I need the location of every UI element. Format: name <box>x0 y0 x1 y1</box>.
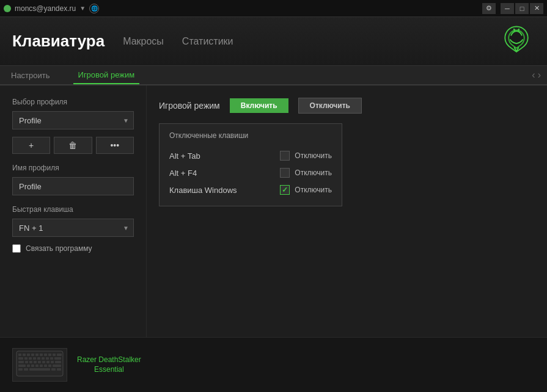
svg-rect-9 <box>53 354 56 356</box>
nav-statistics[interactable]: Статистики <box>182 36 233 47</box>
svg-rect-15 <box>37 357 40 360</box>
svg-rect-36 <box>53 365 61 367</box>
app-title: Клавиатура <box>12 32 105 51</box>
device-name-line2: Essential <box>77 365 141 375</box>
keyboard-image <box>15 350 64 380</box>
key-name-alt-tab: Alt + Tab <box>169 151 200 161</box>
svg-rect-39 <box>29 368 50 371</box>
close-button[interactable]: ✕ <box>530 3 543 14</box>
bind-program-row: Связать программу <box>12 244 134 253</box>
svg-rect-28 <box>55 361 61 363</box>
hotkey-label: Быстрая клавиша <box>12 205 134 214</box>
main-area: Выбор профиля Profile ▼ + 🗑 ••• Имя проф… <box>0 85 547 337</box>
svg-rect-16 <box>42 357 45 360</box>
right-panel: Игровой режим Включить Отключить Отключе… <box>147 85 547 337</box>
svg-rect-4 <box>31 354 34 356</box>
enable-button[interactable]: Включить <box>230 98 288 113</box>
subnav-right-arrow[interactable]: › <box>538 70 541 81</box>
svg-rect-41 <box>57 368 61 371</box>
svg-rect-17 <box>46 357 49 360</box>
add-profile-button[interactable]: + <box>12 137 50 154</box>
subnav-arrows: ‹ › <box>532 70 541 81</box>
svg-rect-38 <box>24 368 28 371</box>
svg-rect-1 <box>18 354 21 356</box>
svg-rect-14 <box>33 357 36 360</box>
game-mode-header: Игровой режим Включить Отключить <box>159 98 535 114</box>
nav-macros[interactable]: Макросы <box>123 36 164 47</box>
profile-select-wrapper: Profile ▼ <box>12 111 134 129</box>
svg-rect-2 <box>23 354 26 356</box>
svg-rect-32 <box>35 365 39 367</box>
svg-rect-35 <box>48 365 51 367</box>
disable-button[interactable]: Отключить <box>298 98 362 114</box>
game-mode-label: Игровой режим <box>159 101 220 111</box>
svg-rect-12 <box>24 357 28 360</box>
svg-rect-13 <box>29 357 32 360</box>
svg-rect-23 <box>34 361 37 363</box>
svg-rect-20 <box>18 361 24 363</box>
svg-rect-5 <box>35 354 39 356</box>
svg-rect-40 <box>51 368 56 371</box>
svg-rect-10 <box>57 354 62 356</box>
bind-program-label[interactable]: Связать программу <box>26 244 92 253</box>
key-label-windows: Отключить <box>295 186 332 194</box>
svg-rect-25 <box>42 361 45 363</box>
key-name-alt-f4: Alt + F4 <box>169 169 197 178</box>
maximize-button[interactable]: □ <box>515 3 529 14</box>
more-options-button[interactable]: ••• <box>96 137 134 154</box>
subnav-left-arrow[interactable]: ‹ <box>532 70 535 81</box>
subnav: Настроить Игровой режим ‹ › <box>0 66 547 85</box>
key-label-alt-f4: Отключить <box>295 169 332 177</box>
key-checkbox-alt-tab[interactable] <box>280 151 290 161</box>
hotkey-select-wrapper: FN + 1 ▼ <box>12 219 134 237</box>
window-controls: ─ □ ✕ <box>501 3 543 14</box>
profile-name-label: Имя профиля <box>12 164 134 172</box>
svg-rect-24 <box>38 361 41 363</box>
profile-name-input[interactable] <box>12 177 134 195</box>
subnav-configure[interactable]: Настроить <box>6 66 55 84</box>
delete-profile-button[interactable]: 🗑 <box>54 137 92 154</box>
disabled-keys-box: Отключенные клавиши Alt + Tab Отключить … <box>159 123 342 206</box>
svg-rect-34 <box>44 365 47 367</box>
key-label-alt-tab: Отключить <box>295 151 332 160</box>
settings-button[interactable]: ⚙ <box>482 3 496 14</box>
svg-rect-11 <box>18 357 23 360</box>
profile-select[interactable]: Profile <box>12 111 134 129</box>
svg-rect-3 <box>27 354 30 356</box>
subnav-game-mode[interactable]: Игровой режим <box>73 66 140 84</box>
svg-rect-19 <box>54 357 61 360</box>
hotkey-select[interactable]: FN + 1 <box>12 219 134 237</box>
svg-rect-21 <box>25 361 28 363</box>
svg-rect-37 <box>18 368 23 371</box>
profile-btn-row: + 🗑 ••• <box>12 137 134 154</box>
svg-rect-27 <box>51 361 54 363</box>
svg-rect-22 <box>29 361 32 363</box>
razer-logo <box>498 22 535 61</box>
header: Клавиатура Макросы Статистики <box>0 17 547 66</box>
svg-rect-31 <box>31 365 34 367</box>
key-action-alt-tab: Отключить <box>280 151 332 161</box>
titlebar-globe-icon[interactable]: 🌐 <box>89 4 99 13</box>
key-action-windows: ✓ Отключить <box>280 185 332 195</box>
bind-program-checkbox[interactable] <box>12 244 21 253</box>
header-nav: Клавиатура Макросы Статистики <box>12 32 535 51</box>
minimize-button[interactable]: ─ <box>501 3 514 14</box>
key-action-alt-f4: Отключить <box>280 168 332 178</box>
status-dot <box>4 5 11 12</box>
titlebar-left: moncs@yandex.ru ▼ 🌐 <box>4 4 482 13</box>
key-row-windows: Клавиша Windows ✓ Отключить <box>169 181 332 198</box>
svg-rect-18 <box>50 357 53 360</box>
key-checkbox-alt-f4[interactable] <box>280 168 290 178</box>
device-thumbnail <box>12 348 67 382</box>
checkmark-icon: ✓ <box>282 186 288 194</box>
svg-rect-33 <box>40 365 43 367</box>
titlebar-dropdown-arrow[interactable]: ▼ <box>79 5 86 12</box>
bottom-panel: Razer DeathStalker Essential <box>0 337 547 392</box>
svg-rect-6 <box>40 354 43 356</box>
device-name-block: Razer DeathStalker Essential <box>77 355 141 374</box>
profile-select-label: Выбор профиля <box>12 98 134 106</box>
key-checkbox-windows[interactable]: ✓ <box>280 185 290 195</box>
titlebar: moncs@yandex.ru ▼ 🌐 ⚙ ─ □ ✕ <box>0 0 547 17</box>
key-row-alt-tab: Alt + Tab Отключить <box>169 147 332 164</box>
disabled-keys-title: Отключенные клавиши <box>169 131 332 140</box>
